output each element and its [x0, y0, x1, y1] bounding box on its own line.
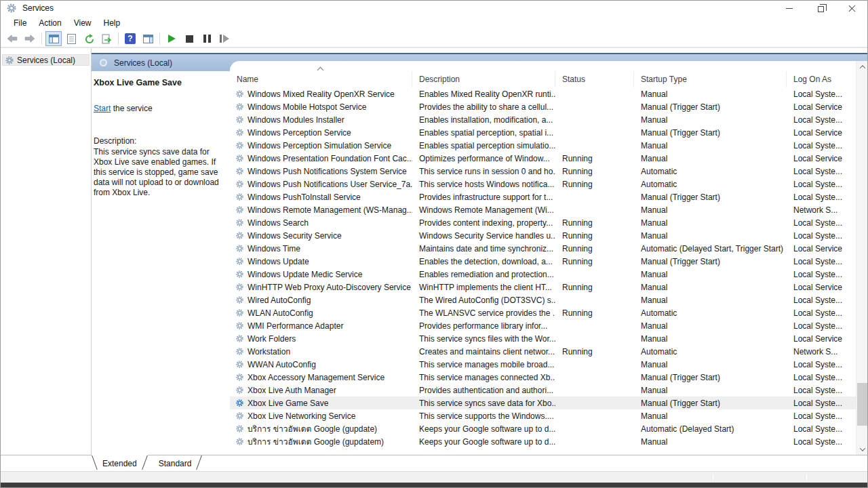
service-row[interactable]: WMI Performance Adapter Provides perform… — [230, 319, 856, 332]
vertical-scrollbar[interactable] — [856, 61, 867, 455]
restart-service-button[interactable] — [216, 31, 233, 46]
sidebar-item-services-local[interactable]: Services (Local) — [2, 54, 90, 66]
service-row[interactable]: Windows Mobile Hotspot Service Provides … — [230, 100, 856, 113]
help-button[interactable]: ? — [122, 31, 138, 46]
service-row[interactable]: Windows Time Maintains date and time syn… — [230, 242, 856, 255]
tab-edge — [92, 455, 98, 470]
properties-button[interactable] — [63, 31, 79, 46]
service-row[interactable]: Windows Push Notifications User Service_… — [230, 178, 856, 190]
service-description: This service manages connected Xb... — [412, 373, 555, 382]
service-description: Enables the detection, download, a... — [412, 257, 555, 266]
service-description: Maintains date and time synchroniz... — [412, 244, 555, 253]
service-log-on-as: Local Syste... — [787, 141, 856, 150]
show-action-pane-button[interactable] — [140, 31, 156, 46]
service-row[interactable]: WWAN AutoConfig This service manages mob… — [230, 358, 856, 371]
service-row[interactable]: Windows Perception Simulation Service En… — [230, 139, 856, 152]
stop-service-button[interactable] — [181, 31, 197, 46]
tab-standard[interactable]: Standard — [148, 455, 203, 471]
export-list-button[interactable] — [98, 31, 115, 46]
service-description: Windows Security Service handles u... — [412, 231, 555, 241]
service-name: Work Folders — [248, 334, 296, 344]
service-startup-type: Manual (Trigger Start) — [634, 102, 787, 112]
menu-help[interactable]: Help — [98, 17, 127, 29]
service-name: Windows Modules Installer — [248, 115, 344, 125]
service-row[interactable]: Workstation Creates and maintains client… — [230, 345, 856, 358]
toolbar-separator — [41, 33, 42, 45]
service-name: Xbox Accessory Management Service — [248, 373, 384, 382]
start-service-button[interactable] — [163, 31, 180, 46]
service-startup-type: Automatic (Delayed Start, Trigger Start) — [634, 244, 787, 253]
service-row[interactable]: Xbox Live Networking Service This servic… — [230, 409, 856, 422]
service-row[interactable]: Windows Remote Management (WS-Manag... W… — [230, 203, 856, 216]
tab-edge — [142, 455, 148, 470]
column-header-log-on-as[interactable]: Log On As — [787, 71, 856, 87]
service-row[interactable]: Windows Modules Installer Enables instal… — [230, 113, 856, 126]
service-log-on-as: Local Syste... — [787, 321, 856, 331]
service-row[interactable]: Windows PushToInstall Service Provides i… — [230, 190, 856, 203]
service-row[interactable]: Wired AutoConfig The Wired AutoConfig (D… — [230, 293, 856, 306]
service-row[interactable]: Windows Push Notifications System Servic… — [230, 165, 856, 178]
tab-extended[interactable]: Extended — [92, 455, 148, 471]
scrollbar-thumb[interactable] — [857, 383, 867, 426]
toolbar: ? — [1, 30, 867, 48]
service-description: Provides authentication and authori... — [412, 386, 555, 395]
service-log-on-as: Local Syste... — [787, 411, 856, 421]
column-header-name[interactable]: Name — [230, 71, 412, 87]
service-gear-icon — [235, 141, 244, 150]
minimize-button[interactable] — [774, 1, 805, 16]
service-log-on-as: Local Service — [787, 244, 856, 253]
service-row[interactable]: Windows Update Medic Service Enables rem… — [230, 268, 856, 281]
service-row[interactable]: WLAN AutoConfig The WLANSVC service prov… — [230, 306, 856, 319]
service-status: Running — [555, 167, 634, 176]
menu-action[interactable]: Action — [33, 17, 67, 29]
service-row[interactable]: บริการ ข่าวอัพเดต Google (gupdatem) Keep… — [230, 435, 856, 448]
service-row[interactable]: Xbox Live Game Save This service syncs s… — [230, 396, 856, 409]
service-status: Running — [555, 180, 634, 189]
service-status: Running — [555, 231, 634, 241]
service-row[interactable]: Windows Update Enables the detection, do… — [230, 255, 856, 268]
service-description: This service runs in session 0 and ho... — [412, 167, 555, 176]
service-log-on-as: Local Syste... — [787, 424, 856, 434]
service-startup-type: Manual — [634, 154, 787, 163]
column-header-description[interactable]: Description — [412, 71, 555, 87]
service-row[interactable]: Windows Mixed Reality OpenXR Service Ena… — [230, 87, 856, 100]
service-description: Creates and maintains client networ... — [412, 347, 555, 357]
service-row[interactable]: Windows Presentation Foundation Font Cac… — [230, 152, 856, 165]
status-bar-separator — [806, 473, 807, 481]
show-console-tree-button[interactable] — [45, 31, 62, 46]
service-row[interactable]: Xbox Live Auth Manager Provides authenti… — [230, 384, 856, 396]
sort-ascending-icon — [318, 66, 323, 71]
restore-button[interactable] — [805, 1, 836, 16]
service-row[interactable]: WinHTTP Web Proxy Auto-Discovery Service… — [230, 281, 856, 293]
service-row[interactable]: Work Folders This service syncs files wi… — [230, 332, 856, 345]
right-pane: Services (Local) Xbox Live Game Save Sta… — [92, 48, 867, 455]
close-button[interactable] — [836, 1, 867, 16]
column-header-status[interactable]: Status — [555, 71, 634, 87]
pause-service-button[interactable] — [199, 31, 215, 46]
service-row[interactable]: Windows Security Service Windows Securit… — [230, 229, 856, 242]
tab-standard-label: Standard — [159, 459, 192, 468]
forward-button[interactable] — [22, 31, 38, 46]
refresh-button[interactable] — [81, 31, 97, 46]
menu-view[interactable]: View — [68, 17, 98, 29]
service-description: This service manages mobile broad... — [412, 360, 555, 369]
toolbar-separator — [118, 33, 119, 45]
service-row[interactable]: บริการ ข่าวอัพเดต Google (gupdate) Keeps… — [230, 422, 856, 435]
service-row[interactable]: Windows Perception Service Enables spati… — [230, 126, 856, 139]
column-header-startup-type[interactable]: Startup Type — [634, 71, 787, 87]
start-service-link[interactable]: Start — [94, 104, 111, 113]
window-bottom-edge — [1, 483, 867, 487]
service-startup-type: Manual — [634, 360, 787, 369]
service-name: Xbox Live Auth Manager — [248, 386, 336, 395]
service-gear-icon — [235, 386, 244, 394]
service-startup-type: Manual — [634, 411, 787, 421]
service-row[interactable]: Xbox Accessory Management Service This s… — [230, 371, 856, 384]
services-app-icon — [6, 3, 17, 14]
service-row[interactable]: Windows Search Provides content indexing… — [230, 216, 856, 229]
scroll-up-button[interactable] — [856, 61, 867, 73]
service-description: The WLANSVC service provides the ... — [412, 308, 555, 318]
scroll-down-button[interactable] — [856, 443, 867, 455]
back-button[interactable] — [4, 31, 20, 46]
service-startup-type: Manual — [634, 218, 787, 228]
menu-file[interactable]: File — [7, 17, 33, 29]
